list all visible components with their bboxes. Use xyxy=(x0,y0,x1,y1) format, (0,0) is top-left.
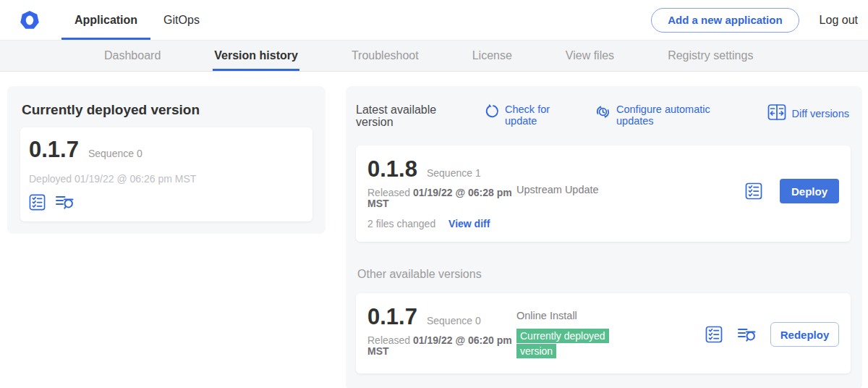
preflight-checks-icon[interactable] xyxy=(745,182,762,200)
check-for-update-action[interactable]: Check for update xyxy=(485,104,563,127)
view-logs-icon[interactable] xyxy=(55,193,74,211)
subnav-view-files[interactable]: View files xyxy=(564,41,616,71)
released-label: Released xyxy=(367,187,410,198)
view-logs-icon[interactable] xyxy=(737,326,756,343)
add-application-button[interactable]: Add a new application xyxy=(651,8,799,33)
configure-automatic-updates-action[interactable]: Configure automatic updates xyxy=(595,104,729,127)
currently-deployed-title: Currently deployed version xyxy=(22,102,312,118)
tab-gitops[interactable]: GitOps xyxy=(150,0,213,40)
subnav-registry-settings[interactable]: Registry settings xyxy=(666,41,754,71)
preflight-checks-icon[interactable] xyxy=(29,194,46,211)
logout-link[interactable]: Log out xyxy=(820,14,858,27)
available-versions-header: Latest available version Check for updat… xyxy=(354,104,852,130)
subnav-version-history[interactable]: Version history xyxy=(213,41,299,71)
top-nav-right: Add a new application Log out xyxy=(651,0,868,40)
other-version-number: 0.1.7 xyxy=(367,305,417,329)
latest-version-number: 0.1.8 xyxy=(367,157,417,182)
currently-deployed-badge: Currently deployed version xyxy=(516,329,609,358)
available-versions-panel: Latest available version Check for updat… xyxy=(346,86,862,388)
diff-versions-action[interactable]: Diff versions xyxy=(767,104,849,124)
app-sub-nav: Dashboard Version history Troubleshoot L… xyxy=(0,41,868,72)
diff-versions-label: Diff versions xyxy=(791,108,849,119)
currently-deployed-panel: Currently deployed version 0.1.7 Sequenc… xyxy=(7,86,326,234)
view-diff-link[interactable]: View diff xyxy=(448,218,490,229)
diff-icon xyxy=(767,104,786,124)
released-label: Released xyxy=(367,334,410,346)
tab-application[interactable]: Application xyxy=(61,0,150,40)
schedule-update-icon xyxy=(595,104,611,127)
other-released-timestamp: Released 01/19/22 @ 06:20 pm MST xyxy=(367,335,512,357)
files-changed-label: 2 files changed xyxy=(367,218,435,229)
redeploy-button[interactable]: Redeploy xyxy=(770,322,839,347)
deployed-sequence: Sequence 0 xyxy=(88,148,142,159)
deploy-button[interactable]: Deploy xyxy=(780,179,839,203)
latest-available-title: Latest available version xyxy=(356,104,464,128)
other-sequence: Sequence 0 xyxy=(427,315,481,326)
subnav-license[interactable]: License xyxy=(471,41,514,71)
top-nav: Application GitOps Add a new application… xyxy=(0,0,868,41)
deployed-timestamp: Deployed 01/19/22 @ 06:26 pm MST xyxy=(29,173,304,185)
other-source-label: Online Install xyxy=(516,310,577,321)
subnav-troubleshoot[interactable]: Troubleshoot xyxy=(350,41,420,71)
deployed-version-number: 0.1.7 xyxy=(29,138,79,162)
deployed-version-card: 0.1.7 Sequence 0 Deployed 01/19/22 @ 06:… xyxy=(20,127,312,222)
main-content: Currently deployed version 0.1.7 Sequenc… xyxy=(0,72,868,388)
app-logo-icon xyxy=(20,0,40,40)
latest-version-card: 0.1.8 Sequence 1 Released 01/19/22 @ 06:… xyxy=(356,146,851,242)
preflight-checks-icon[interactable] xyxy=(705,326,723,343)
other-available-versions-title: Other available versions xyxy=(357,268,852,281)
subnav-dashboard[interactable]: Dashboard xyxy=(103,41,162,71)
check-for-update-label: Check for update xyxy=(505,104,563,127)
latest-released-timestamp: Released 01/19/22 @ 06:28 pm MST xyxy=(367,187,512,209)
refresh-icon xyxy=(485,104,500,127)
latest-source-label: Upstream Update xyxy=(516,184,599,195)
latest-sequence: Sequence 1 xyxy=(427,167,481,179)
top-nav-tabs: Application GitOps xyxy=(61,0,213,40)
configure-automatic-updates-label: Configure automatic updates xyxy=(616,104,729,127)
other-version-card: 0.1.7 Sequence 0 Released 01/19/22 @ 06:… xyxy=(356,293,851,374)
